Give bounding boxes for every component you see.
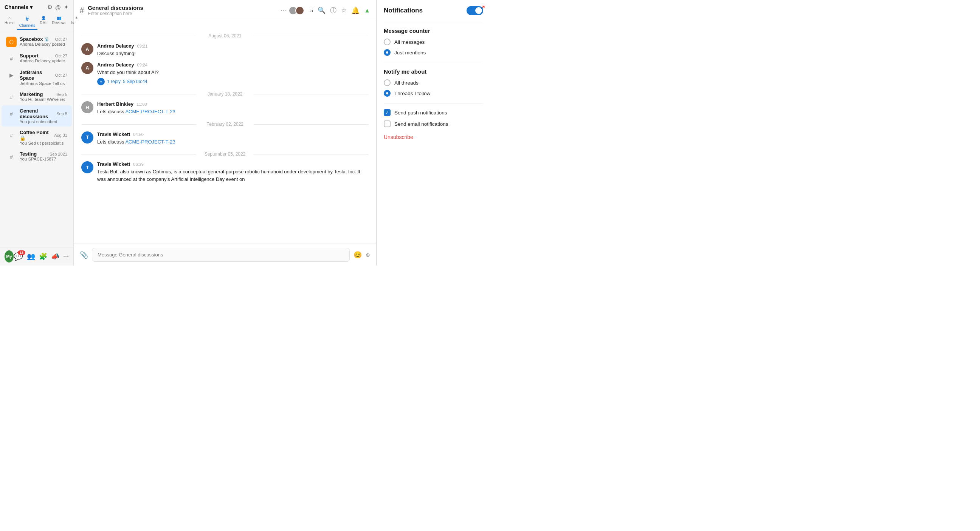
my-avatar[interactable]: My (5, 250, 14, 263)
push-checkbox[interactable]: ✓ (384, 109, 391, 116)
radio-all-messages[interactable]: All messages (384, 38, 483, 45)
channel-spacebox-content: Spacebox 📡 Oct 27 Andrea Delacey posted … (20, 36, 67, 46)
message-counter-section: Message counter All messages Just mentio… (384, 28, 483, 56)
channel-coffee-content: Coffee Point 🔒 Aug 31 You Sed ut perspic… (20, 130, 67, 146)
channels-label: Channels (19, 24, 35, 28)
sidebar-item-channels[interactable]: # Channels (17, 14, 37, 30)
message-counter-title: Message counter (384, 28, 483, 34)
checkbox-push[interactable]: ✓ Send push notifications (384, 109, 483, 116)
msg-text-andrea1: Discuss anything! (97, 50, 369, 57)
emoji-icon[interactable]: 😊 (353, 251, 362, 259)
radio-just-mentions-circle (384, 49, 391, 56)
divider-1 (384, 22, 483, 22)
testing-icon: # (6, 151, 17, 162)
mention-icon[interactable]: @ (55, 4, 61, 11)
chat-description: Enter description here (88, 11, 143, 16)
more-dots-icon[interactable]: ··· (280, 6, 286, 14)
acme-link-m3[interactable]: ACME-PROJECT-T-23 (125, 109, 175, 114)
chat-body: August 06, 2021 A Andrea Delacey 09:21 D… (74, 21, 376, 244)
jetbrains-icon: ▶ (6, 70, 17, 81)
avatar-travis1: T (81, 132, 93, 144)
add-reaction-icon[interactable]: ⊕ (366, 252, 370, 258)
sidebar-title[interactable]: Channels ▾ (5, 4, 32, 10)
msg-text-travis2: Tesla Bot, also known as Optimus, is a c… (97, 168, 369, 183)
puzzle-icon[interactable]: 🧩 (39, 252, 47, 261)
channel-marketing-date: Sep 5 (56, 92, 67, 97)
chat-badge-container: 💬 13 (14, 252, 23, 261)
msg-time-travis1: 04:50 (133, 132, 144, 137)
star-icon[interactable]: ✦ (64, 4, 69, 11)
channel-spacebox-preview: Andrea Delacey posted an absen... (20, 42, 65, 46)
channel-item-general[interactable]: # General discussions Sep 5 You just sub… (2, 105, 72, 127)
dms-icon: 👤 (41, 16, 46, 20)
bell-icon[interactable]: 🔔 (351, 6, 360, 15)
reviews-icon: 👥 (57, 16, 61, 20)
unsubscribe-button[interactable]: Unsubscribe (384, 134, 483, 140)
radio-threads-follow[interactable]: Threads I follow (384, 90, 483, 97)
date-divider-aug2021: August 06, 2021 (81, 33, 369, 38)
email-checkbox[interactable] (384, 120, 391, 127)
msg-time-herbert: 11:08 (137, 102, 147, 106)
channel-testing-date: Sep 2021 (49, 152, 67, 156)
chat-input[interactable] (92, 248, 350, 262)
marketing-icon: # (6, 92, 17, 102)
megaphone-icon[interactable]: 📣 (51, 252, 59, 261)
sidebar-item-home[interactable]: ⌂ Home (2, 14, 17, 30)
channel-coffee-name: Coffee Point 🔒 (20, 130, 54, 141)
member-avatar-2 (295, 6, 304, 15)
sidebar-header-icons: ⚙ @ ✦ (47, 4, 69, 11)
radio-all-messages-label: All messages (395, 39, 425, 45)
date-divider-jan2022: January 18, 2022 (81, 91, 369, 97)
channel-marketing-preview: You Hi, team! We've received som... (20, 97, 65, 101)
checkbox-email[interactable]: Send email notifications (384, 120, 483, 127)
sidebar-item-reviews[interactable]: 👥 Reviews (50, 14, 69, 30)
radio-just-mentions-label: Just mentions (395, 50, 426, 55)
chat-input-bar: 📎 😊 ⊕ (74, 244, 376, 265)
acme-link-m4[interactable]: ACME-PROJECT-T-23 (125, 139, 175, 145)
chat-badge: 13 (18, 250, 25, 255)
channel-general-preview: You just subscribed (20, 119, 65, 124)
msg-author-travis1: Travis Wickett (97, 132, 130, 137)
message-m3: H Herbert Binkley 11:08 Lets discuss ACM… (81, 101, 369, 116)
sidebar-nav: ⌂ Home # Channels 👤 DMs 👥 Reviews ✳ Issu… (0, 13, 73, 33)
channel-item-jetbrains[interactable]: ▶ JetBrains Space Oct 27 JetBrains Space… (2, 67, 72, 89)
channel-item-spacebox[interactable]: ⬡ Spacebox 📡 Oct 27 Andrea Delacey poste… (2, 33, 72, 50)
channel-item-testing[interactable]: # Testing Sep 2021 You SPACE-15877 (2, 148, 72, 165)
channel-general-date: Sep 5 (56, 111, 67, 116)
notifications-panel: ↗ Notifications Message counter All mess… (377, 0, 490, 265)
search-header-icon[interactable]: 🔍 (318, 6, 326, 14)
notifications-toggle[interactable] (466, 6, 483, 15)
channel-item-marketing[interactable]: # Marketing Sep 5 You Hi, team! We've re… (2, 89, 72, 105)
info-icon[interactable]: ⓘ (330, 6, 337, 15)
attach-icon[interactable]: 📎 (80, 251, 88, 259)
filter-icon[interactable]: ⚙ (47, 4, 52, 11)
msg-time-travis2: 06:39 (133, 162, 144, 166)
avatar-andrea2: A (81, 62, 93, 74)
home-icon: ⌂ (8, 16, 11, 20)
home-label: Home (5, 21, 15, 25)
more-icon[interactable]: ··· (63, 253, 69, 261)
channel-testing-content: Testing Sep 2021 You SPACE-15877 (20, 151, 67, 161)
channel-general-content: General discussions Sep 5 You just subsc… (20, 108, 67, 124)
notify-me-title: Notify me about (384, 68, 483, 75)
channel-support-name: Support (20, 53, 38, 59)
notify-me-section: Notify me about All threads Threads I fo… (384, 68, 483, 97)
bookmark-icon[interactable]: ☆ (341, 6, 347, 14)
notification-types-section: ✓ Send push notifications Send email not… (384, 109, 483, 127)
people-icon[interactable]: 👥 (27, 252, 35, 261)
sidebar-item-dms[interactable]: 👤 DMs (37, 14, 50, 30)
date-feb2022-label: February 02, 2022 (207, 122, 243, 127)
spacebox-icon: ⬡ (6, 36, 17, 47)
radio-just-mentions[interactable]: Just mentions (384, 49, 483, 56)
channel-coffee-preview: You Sed ut perspiciatis unde omni... (20, 141, 65, 146)
general-icon: # (6, 108, 17, 119)
channel-item-support[interactable]: # Support Oct 27 Andrea Delacey updated … (2, 50, 72, 67)
notifications-title: Notifications (384, 7, 423, 14)
chevron-down-icon: ▾ (30, 4, 32, 10)
radio-all-threads[interactable]: All threads (384, 79, 483, 86)
expand-icon[interactable]: ▲ (364, 7, 370, 14)
reply-thread-m2[interactable]: A 1 reply 5 Sep 06:44 (97, 78, 369, 86)
channel-item-coffee[interactable]: # Coffee Point 🔒 Aug 31 You Sed ut persp… (2, 127, 72, 148)
date-sep2022-label: September 05, 2022 (205, 151, 246, 157)
msg-text-andrea2: What do you think about AI? (97, 69, 369, 76)
